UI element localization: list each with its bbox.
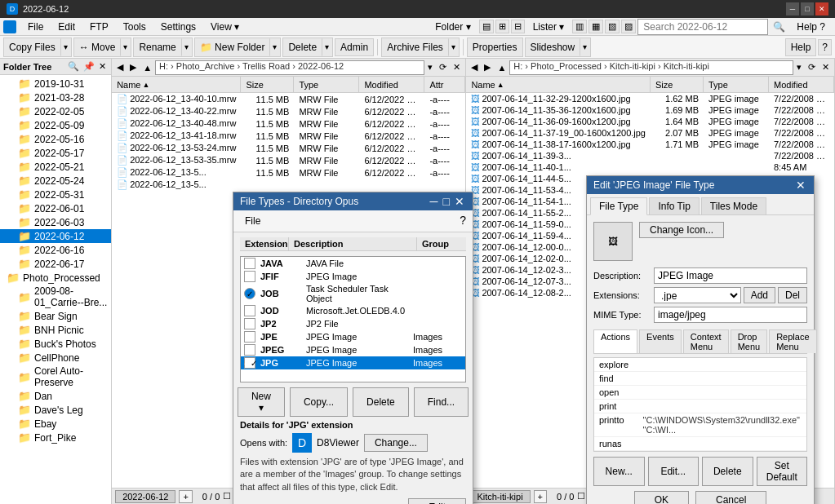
menu-file[interactable]: File bbox=[21, 20, 50, 34]
archive-files-button[interactable]: Archive Files bbox=[382, 38, 448, 56]
left-file-row[interactable]: 📄2022-06-12_13-53-35.mrw 11.5 MB MRW Fil… bbox=[112, 154, 465, 166]
ft-row[interactable]: JP2 JP2 File bbox=[241, 317, 465, 330]
ft-checkbox[interactable]: ✓ bbox=[244, 357, 255, 369]
tree-item[interactable]: 📁2022-06-03 bbox=[0, 215, 111, 229]
filetypes-close-btn[interactable]: ✕ bbox=[453, 195, 466, 208]
right-forward-btn[interactable]: ▶ bbox=[481, 61, 494, 73]
tree-search-btn[interactable]: 🔍 bbox=[66, 60, 81, 73]
right-back-btn[interactable]: ◀ bbox=[468, 61, 481, 73]
ft-row[interactable]: JPE JPEG Image Images bbox=[241, 330, 465, 343]
ft-delete-btn[interactable]: Delete bbox=[353, 387, 409, 417]
ft-row[interactable]: JAVA JAVA File bbox=[241, 257, 465, 270]
filetypes-menu-file[interactable]: File bbox=[240, 214, 265, 228]
copy-files-arrow[interactable]: ▾ bbox=[60, 38, 71, 56]
right-pane-close[interactable]: ✕ bbox=[819, 61, 833, 73]
ej-tab-actions[interactable]: Actions bbox=[593, 329, 637, 353]
left-path-dropdown[interactable]: ▾ bbox=[424, 61, 436, 73]
ej-cancel-btn[interactable]: Cancel bbox=[695, 491, 766, 504]
left-refresh-btn[interactable]: ⟳ bbox=[436, 61, 450, 73]
ej-edit-btn[interactable]: Edit... bbox=[648, 457, 700, 486]
right-col-size[interactable]: Size bbox=[651, 77, 704, 92]
lister-icon-2[interactable]: ▦ bbox=[588, 20, 603, 33]
right-file-row[interactable]: 🖼2007-06-14_11-39-3... 7/22/2008 8:45 AM bbox=[466, 150, 834, 161]
left-file-row[interactable]: 📄2022-06-12_13-5... 11.5 MB MRW File 6/1… bbox=[112, 166, 465, 179]
tree-item[interactable]: 📁2022-05-17 bbox=[0, 146, 111, 160]
right-file-row[interactable]: 🖼2007-06-14_11-40-1... 8:45 AM bbox=[466, 161, 834, 173]
ej-action-row[interactable]: print bbox=[594, 400, 806, 413]
new-folder-button[interactable]: 📁 New Folder bbox=[195, 38, 270, 56]
right-col-name[interactable]: Name ▲ bbox=[466, 77, 651, 92]
right-up-btn[interactable]: ▲ bbox=[494, 62, 509, 73]
delete-arrow[interactable]: ▾ bbox=[322, 38, 332, 56]
help-button[interactable]: Help bbox=[785, 38, 817, 56]
tab-tiles-mode[interactable]: Tiles Mode bbox=[701, 197, 766, 214]
left-file-row[interactable]: 📄2022-06-12_13-40-22.mrw 11.5 MB MRW Fil… bbox=[112, 105, 465, 117]
tree-item[interactable]: 📁2022-06-17 bbox=[0, 257, 111, 271]
left-file-row[interactable]: 📄2022-06-12_13-53-24.mrw 11.5 MB MRW Fil… bbox=[112, 142, 465, 154]
maximize-button[interactable]: □ bbox=[801, 2, 814, 15]
filetypes-maximize-btn[interactable]: □ bbox=[442, 195, 451, 208]
left-up-btn[interactable]: ▲ bbox=[140, 62, 155, 73]
ej-tab-context-menu[interactable]: Context Menu bbox=[683, 329, 729, 353]
tree-item[interactable]: 📁2022-06-16 bbox=[0, 243, 111, 257]
left-file-row[interactable]: 📄2022-06-12_13-41-18.mrw 11.5 MB MRW Fil… bbox=[112, 130, 465, 142]
rename-button[interactable]: Rename bbox=[134, 38, 180, 56]
search-icon[interactable]: 🔍 bbox=[770, 21, 788, 33]
ej-description-input[interactable] bbox=[654, 267, 807, 284]
tree-item[interactable]: 📁Dave's Leg bbox=[0, 403, 111, 417]
tree-close-btn[interactable]: ✕ bbox=[97, 60, 108, 73]
left-file-row[interactable]: 📄2022-06-12_13-40-48.mrw 11.5 MB MRW Fil… bbox=[112, 117, 465, 130]
tree-item[interactable]: 📁2022-05-16 bbox=[0, 132, 111, 146]
view-icon-3[interactable]: ⊟ bbox=[511, 20, 525, 33]
ft-row[interactable]: JFIF JPEG Image bbox=[241, 270, 465, 283]
ft-row[interactable]: JOD Microsoft.Jet.OLEDB.4.0 bbox=[241, 304, 465, 317]
filetypes-minimize-btn[interactable]: ─ bbox=[429, 195, 440, 208]
right-file-row[interactable]: 🖼2007-06-14_11-38-17-1600x1200.jpg 1.71 … bbox=[466, 139, 834, 150]
editjpeg-close-btn[interactable]: ✕ bbox=[794, 179, 807, 192]
tree-item[interactable]: 📁2022-05-24 bbox=[0, 174, 111, 188]
minimize-button[interactable]: ─ bbox=[786, 2, 799, 15]
tree-item[interactable]: 📁2022-05-31 bbox=[0, 188, 111, 201]
left-col-size[interactable]: Size bbox=[241, 77, 294, 92]
ej-action-row[interactable]: find bbox=[594, 372, 806, 386]
tree-item[interactable]: 📁Dan bbox=[0, 389, 111, 403]
copy-files-button[interactable]: Copy Files bbox=[4, 38, 60, 56]
lister-icon-3[interactable]: ▧ bbox=[605, 20, 620, 33]
tree-item[interactable]: 📁2022-06-01 bbox=[0, 201, 111, 215]
ft-change-btn[interactable]: Change... bbox=[364, 434, 428, 452]
ft-row[interactable]: JOB Task Scheduler Task Object bbox=[241, 283, 465, 304]
ft-checkbox[interactable] bbox=[244, 344, 255, 356]
left-back-btn[interactable]: ◀ bbox=[113, 61, 127, 73]
ej-action-row[interactable]: runas bbox=[594, 437, 806, 451]
slideshow-arrow[interactable]: ▾ bbox=[580, 38, 590, 56]
tree-item[interactable]: 📁2022-02-05 bbox=[0, 104, 111, 118]
left-file-row[interactable]: 📄2022-06-12_13-5... bbox=[112, 179, 465, 191]
ft-row[interactable]: JPEG JPEG Image Images bbox=[241, 343, 465, 356]
tree-item[interactable]: 📁BNH Picnic bbox=[0, 323, 111, 337]
right-file-row[interactable]: 🖼2007-06-14_11-35-36-1200x1600.jpg 1.69 … bbox=[466, 104, 834, 116]
right-file-row[interactable]: 🖼2007-06-14_11-37-19_00-1600x1200.jpg 2.… bbox=[466, 127, 834, 139]
tree-item[interactable]: 📁CellPhone bbox=[0, 351, 111, 365]
ft-radio[interactable] bbox=[244, 288, 255, 299]
close-button[interactable]: ✕ bbox=[815, 2, 828, 15]
tree-item[interactable]: 📁Fort_Pike bbox=[0, 431, 111, 444]
tree-pin-btn[interactable]: 📌 bbox=[82, 60, 96, 73]
menu-view[interactable]: View ▾ bbox=[204, 20, 246, 34]
left-footer-tab[interactable]: 2022-06-12 bbox=[115, 490, 175, 503]
ej-action-row[interactable]: explore bbox=[594, 358, 806, 372]
tree-item[interactable]: 📁2019-10-31 bbox=[0, 77, 111, 91]
ej-del-btn[interactable]: Del bbox=[778, 287, 807, 303]
ej-mime-input[interactable] bbox=[654, 307, 807, 323]
tree-item[interactable]: 📁Buck's Photos bbox=[0, 337, 111, 351]
move-arrow[interactable]: ▾ bbox=[120, 38, 131, 56]
left-col-type[interactable]: Type bbox=[294, 77, 359, 92]
ej-tab-drop-menu[interactable]: Drop Menu bbox=[731, 329, 768, 353]
left-file-row[interactable]: 📄2022-06-12_13-40-10.mrw 11.5 MB MRW Fil… bbox=[112, 93, 465, 105]
right-path-dropdown[interactable]: ▾ bbox=[793, 61, 805, 73]
delete-button[interactable]: Delete bbox=[283, 38, 322, 56]
menu-ftp[interactable]: FTP bbox=[83, 20, 115, 34]
lister-icon-4[interactable]: ▨ bbox=[621, 20, 636, 33]
slideshow-button[interactable]: Slideshow bbox=[526, 38, 580, 56]
view-icon-1[interactable]: ▤ bbox=[479, 20, 494, 33]
ej-change-icon-btn[interactable]: Change Icon... bbox=[639, 222, 724, 238]
